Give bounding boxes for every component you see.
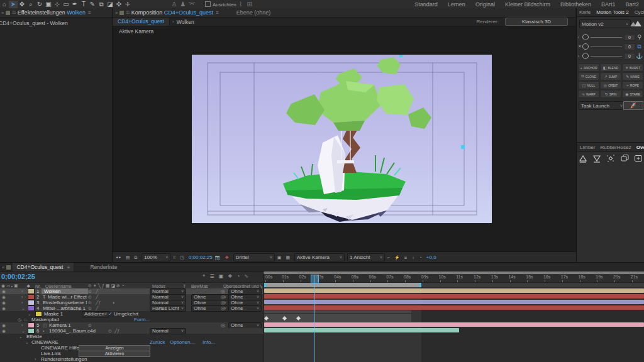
mask-path-row[interactable]: ◷⏢ Maskenpfad Form...	[0, 317, 263, 322]
timeline-ruler[interactable]: :00s01s02s03s04s05s06s07s08s09s10s11s12s…	[264, 275, 644, 283]
layer-3-swatch[interactable]	[28, 300, 35, 305]
camera-tool-icon[interactable]: ▣	[44, 1, 53, 8]
effect-controls-tab[interactable]: « ⚿ Effekteinstellungen Wolken ≡	[0, 8, 112, 18]
layer-6-name[interactable]: 190904_...Baum.c4d	[49, 328, 106, 334]
mask-feather-icon[interactable]: ⌇	[236, 1, 245, 8]
exposure-icon[interactable]: ◔	[419, 255, 422, 260]
col-source-name[interactable]: Quellenname	[45, 284, 72, 288]
rotate-tool-icon[interactable]: ↻	[35, 1, 44, 8]
effects-group-label[interactable]: Effekte	[26, 334, 42, 339]
cineware-back-link[interactable]: Zurück	[150, 339, 165, 345]
snapshot-icon[interactable]: 📷	[215, 255, 221, 260]
task-launch-dropdown[interactable]: Task Launch˅	[579, 101, 625, 110]
magnification-dropdown[interactable]: 100%˅	[142, 253, 170, 261]
search-icon[interactable]: ⌕	[30, 274, 33, 280]
workspace-kleiner-bildschirm[interactable]: Kleiner Bildschirm	[505, 1, 550, 8]
layer-3-parent-pip[interactable]: ◎	[221, 300, 225, 305]
motion-anchor-button[interactable]: +ANCHOR	[578, 63, 599, 72]
layer-1-name[interactable]: Wolken	[42, 288, 88, 294]
layer-bar-3[interactable]	[264, 300, 644, 304]
layer-6-swatch[interactable]	[28, 328, 35, 334]
workspace-icon[interactable]: ⌤	[187, 1, 196, 8]
mountains-icon[interactable]	[630, 20, 642, 27]
slider-2-value[interactable]: 0	[624, 43, 635, 50]
guides-icon[interactable]: ◳	[180, 255, 184, 260]
mirror-viewer-icon[interactable]: ⧉	[134, 255, 137, 260]
pixel-aspect-icon[interactable]: ⌐	[387, 255, 390, 260]
slider-1-knob[interactable]	[582, 34, 589, 40]
composition-viewport[interactable]	[192, 55, 492, 223]
cineware-options-link[interactable]: Optionen...	[170, 339, 194, 345]
viewer-timecode[interactable]: 0;00;02;25	[189, 255, 213, 260]
breadcrumb-layer[interactable]: Wolken	[177, 19, 194, 25]
timeline-button-icon[interactable]: ⧈	[404, 255, 407, 260]
panel-collapse-icon[interactable]: «	[1, 10, 4, 16]
slider-2-track[interactable]	[591, 47, 622, 47]
tab-cyclops[interactable]: Cyclops	[635, 9, 644, 15]
push-to-illustrator-icon[interactable]	[579, 154, 587, 163]
eraser-tool-icon[interactable]: ◪	[106, 1, 114, 8]
motion-jump-button[interactable]: ↗JUMP	[600, 72, 621, 80]
region-icon[interactable]: ▣	[277, 255, 282, 260]
snap-icon[interactable]: ⌖	[203, 273, 206, 279]
renderer-button[interactable]: Klassisch 3D	[505, 18, 568, 26]
slider-3-knob[interactable]	[582, 53, 589, 59]
effects-group-row[interactable]: ⌄ Effekte	[0, 334, 263, 339]
layer-2-swatch[interactable]	[28, 294, 35, 300]
workspace-standard[interactable]: Standard	[414, 1, 438, 8]
channels-icon[interactable]: ❖	[225, 255, 228, 260]
frame-blend-icon[interactable]: ▣	[219, 273, 224, 279]
motion-warp-button[interactable]: ∿WARP	[578, 90, 599, 98]
layer-5-parent-pip[interactable]: ◎	[221, 322, 225, 328]
layer-tab-label[interactable]: Ebene (ohne)	[236, 9, 271, 16]
breadcrumb-comp-chip[interactable]: CD4+Oculus_quest	[113, 18, 170, 26]
layer-2-parent-pip[interactable]: ◎	[221, 294, 225, 300]
composition-tab-label[interactable]: Komposition CD4+Oculus_quest	[131, 9, 213, 16]
workspace-bart2[interactable]: Bart2	[625, 1, 639, 8]
layer-4-parent-dropdown[interactable]: Ohne˅	[228, 305, 262, 312]
shy-icon[interactable]: ☰	[210, 273, 214, 279]
tab-knife[interactable]: Knife	[579, 9, 591, 15]
anchor2-util-icon[interactable]: ⚓	[635, 53, 643, 59]
always-preview-icon[interactable]: 👓	[116, 255, 121, 260]
roto-brush-tool-icon[interactable]: ✣	[114, 1, 123, 8]
panel-menu-icon[interactable]: ≡	[88, 10, 91, 16]
lock-icon[interactable]: ⚿	[12, 10, 15, 15]
playhead-line[interactable]	[314, 275, 314, 362]
tab-motion-tools[interactable]: Motion Tools 2	[596, 9, 628, 15]
lock-icon[interactable]: ⚿	[126, 10, 129, 15]
selection-tool-icon[interactable]: ➤	[9, 1, 18, 8]
flowchart-icon[interactable]: ♁	[411, 255, 414, 260]
roi-icon[interactable]: ⌗	[173, 255, 175, 260]
zoom-tool-icon[interactable]: ⌕	[26, 1, 35, 8]
task-launch-go-button[interactable]: 🚀	[623, 101, 643, 110]
type-tool-icon[interactable]: T	[79, 1, 88, 8]
mask-swatch[interactable]	[35, 311, 42, 317]
pen-tool-icon[interactable]: ✒	[70, 1, 79, 8]
layer-row-4[interactable]: ◉ ⌄ 4 Mittel-...arbfläche 1 ⊙╱ Hartes Li…	[0, 305, 263, 311]
layer-3-name[interactable]: Einstellungsebene 1	[43, 300, 87, 305]
mask-inverted-checkbox[interactable]: ✓ Umgekehrt	[108, 311, 138, 317]
layer-6-mode-dropdown[interactable]: Normal˅	[150, 328, 186, 334]
panel-menu-icon[interactable]: ≡	[216, 10, 219, 16]
layer-row-5[interactable]: ◉ › 5 ◫ Kamera 1 ⊙ ◎ Ohne˅	[0, 322, 263, 328]
mask-name[interactable]: Maske 1	[44, 311, 63, 317]
resolution-dropdown[interactable]: Drittel˅	[233, 253, 275, 261]
timeline-h-scrollbar[interactable]	[264, 272, 644, 274]
work-area-start-handle[interactable]	[264, 283, 266, 287]
col-trkmat-t[interactable]: T	[183, 284, 186, 288]
primary-viewer-icon[interactable]: ▤	[126, 255, 130, 260]
layer-4-parent-pip[interactable]: ◎	[221, 305, 225, 311]
hand-tool-icon[interactable]: ✥	[18, 1, 26, 8]
layer-1-swatch[interactable]	[28, 288, 35, 294]
mask-path-value[interactable]: Form...	[134, 317, 150, 322]
motion-name-button[interactable]: ✎NAME	[622, 72, 643, 80]
layer-5-name[interactable]: Kamera 1	[49, 322, 71, 328]
view-layout-dropdown[interactable]: Aktive Kamera˅	[294, 253, 345, 261]
layer-row-3[interactable]: ◉ › 3 Einstellungsebene 1 ⊙╱ƒ◑ Normal˅ O…	[0, 300, 263, 305]
motion-orbit-button[interactable]: ◎ORBIT	[600, 81, 621, 89]
layer-bar-6[interactable]	[264, 328, 459, 332]
layer-bar-5[interactable]	[264, 322, 644, 327]
motion-burst-button[interactable]: ✳BURST	[622, 63, 643, 72]
layer-bar-2[interactable]	[264, 294, 644, 299]
